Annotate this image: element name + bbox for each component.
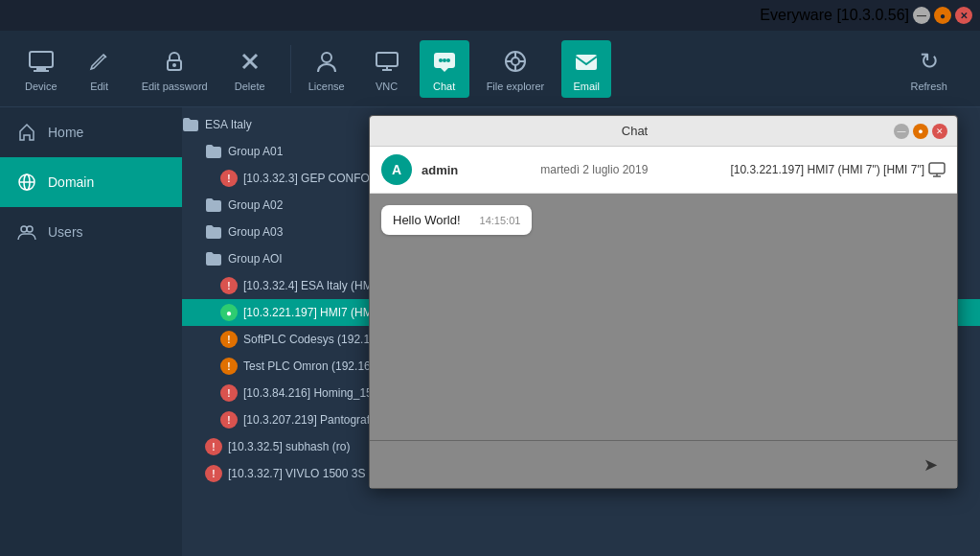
sidebar-item-home[interactable]: Home bbox=[0, 107, 182, 157]
svg-rect-1 bbox=[36, 67, 46, 70]
chat-device-text: [10.3.221.197] HMI7 (HMI 7") [HMI 7"] bbox=[730, 163, 924, 176]
toolbar-edit-password[interactable]: Edit password bbox=[132, 40, 217, 98]
status-red-icon: ! bbox=[220, 411, 238, 429]
toolbar-vnc[interactable]: VNC bbox=[362, 40, 412, 98]
toolbar-divider-1 bbox=[290, 45, 291, 93]
toolbar-chat[interactable]: Chat bbox=[420, 40, 469, 98]
sidebar-users-label: Users bbox=[48, 224, 83, 240]
sidebar-item-domain[interactable]: Domain bbox=[0, 157, 182, 207]
svg-point-25 bbox=[21, 226, 27, 232]
chat-close-button[interactable]: ✕ bbox=[932, 124, 947, 139]
folder-icon bbox=[205, 223, 222, 241]
toolbar-file-explorer-label: File explorer bbox=[487, 81, 545, 92]
chat-message-text: Hello World! bbox=[393, 213, 461, 227]
chat-maximize-button[interactable]: ● bbox=[913, 124, 928, 139]
chat-icon bbox=[429, 46, 460, 77]
status-red-icon: ! bbox=[205, 465, 222, 482]
toolbar-license[interactable]: License bbox=[299, 40, 354, 98]
chat-message-time: 14:15:01 bbox=[480, 215, 521, 226]
toolbar-email-label: Email bbox=[573, 81, 600, 92]
edit-icon bbox=[84, 46, 115, 77]
folder-icon bbox=[182, 116, 199, 133]
svg-point-16 bbox=[512, 58, 519, 65]
chat-header-user: admin bbox=[422, 163, 458, 177]
toolbar-delete[interactable]: Delete bbox=[225, 40, 275, 98]
license-icon bbox=[311, 46, 342, 77]
toolbar-delete-label: Delete bbox=[235, 81, 265, 92]
status-red-icon: ! bbox=[220, 384, 238, 402]
send-icon: ➤ bbox=[923, 454, 938, 475]
chat-avatar: A bbox=[381, 154, 412, 185]
svg-point-12 bbox=[439, 58, 443, 62]
svg-rect-2 bbox=[34, 70, 49, 72]
toolbar-device-label: Device bbox=[25, 81, 57, 92]
title-bar: Everyware [10.3.0.56] — ● ✕ bbox=[0, 0, 980, 31]
status-red-icon: ! bbox=[220, 277, 238, 294]
folder-icon bbox=[205, 197, 222, 214]
status-orange-icon: ! bbox=[220, 331, 238, 348]
toolbar: Device Edit Edit password bbox=[0, 31, 980, 107]
svg-point-4 bbox=[172, 63, 176, 67]
chat-dialog: Chat — ● ✕ A admin martedì 2 luglio 2019… bbox=[369, 115, 958, 489]
status-red-icon: ! bbox=[205, 438, 222, 455]
toolbar-refresh-label: Refresh bbox=[910, 81, 947, 92]
svg-rect-27 bbox=[929, 163, 945, 174]
email-icon bbox=[571, 46, 602, 77]
lock-icon bbox=[159, 46, 190, 77]
chat-header: A admin martedì 2 luglio 2019 [10.3.221.… bbox=[370, 147, 957, 194]
toolbar-file-explorer[interactable]: File explorer bbox=[477, 40, 555, 98]
sidebar: Home Domain bbox=[0, 107, 182, 556]
svg-point-26 bbox=[27, 226, 33, 232]
refresh-icon: ↻ bbox=[914, 46, 945, 77]
domain-icon bbox=[15, 171, 38, 194]
chat-header-device: [10.3.221.197] HMI7 (HMI 7") [HMI 7"] bbox=[730, 161, 946, 178]
toolbar-edit-password-label: Edit password bbox=[142, 81, 208, 92]
chat-minimize-button[interactable]: — bbox=[894, 124, 909, 139]
status-green-icon: ● bbox=[220, 304, 238, 321]
vnc-icon bbox=[372, 46, 402, 77]
delete-icon bbox=[235, 46, 265, 77]
sidebar-domain-label: Domain bbox=[48, 174, 94, 190]
svg-point-7 bbox=[322, 53, 331, 62]
maximize-button[interactable]: ● bbox=[934, 7, 951, 24]
monitor-icon bbox=[928, 161, 946, 178]
toolbar-edit[interactable]: Edit bbox=[75, 40, 125, 98]
chat-header-date: martedì 2 luglio 2019 bbox=[467, 163, 720, 176]
svg-point-13 bbox=[443, 58, 446, 62]
chat-body: Hello World! 14:15:01 bbox=[370, 194, 957, 440]
svg-rect-0 bbox=[30, 52, 53, 67]
status-orange-icon: ! bbox=[220, 358, 238, 375]
chat-footer: ➤ bbox=[370, 440, 957, 488]
minimize-button[interactable]: — bbox=[913, 7, 930, 24]
chat-titlebar: Chat — ● ✕ bbox=[370, 116, 957, 147]
toolbar-email[interactable]: Email bbox=[561, 40, 611, 98]
toolbar-refresh[interactable]: ↻ Refresh bbox=[900, 40, 957, 98]
home-icon bbox=[15, 121, 38, 144]
svg-rect-21 bbox=[576, 55, 597, 70]
users-icon bbox=[15, 220, 38, 243]
sidebar-item-users[interactable]: Users bbox=[0, 207, 182, 257]
folder-icon bbox=[205, 250, 222, 267]
chat-message: Hello World! 14:15:01 bbox=[381, 205, 532, 235]
toolbar-vnc-label: VNC bbox=[376, 81, 398, 92]
svg-point-14 bbox=[446, 58, 450, 62]
chat-send-button[interactable]: ➤ bbox=[915, 450, 946, 480]
file-explorer-icon bbox=[500, 46, 531, 77]
close-button[interactable]: ✕ bbox=[955, 7, 972, 24]
status-red-icon: ! bbox=[220, 170, 238, 187]
toolbar-device[interactable]: Device bbox=[15, 40, 67, 98]
toolbar-edit-label: Edit bbox=[90, 81, 108, 92]
svg-rect-8 bbox=[376, 53, 398, 66]
chat-title: Chat bbox=[379, 124, 890, 138]
device-icon bbox=[26, 46, 57, 77]
sidebar-home-label: Home bbox=[48, 125, 83, 140]
toolbar-chat-label: Chat bbox=[433, 81, 455, 92]
app-title: Everyware [10.3.0.56] bbox=[760, 7, 909, 24]
toolbar-license-label: License bbox=[308, 81, 345, 92]
folder-icon bbox=[205, 143, 222, 160]
